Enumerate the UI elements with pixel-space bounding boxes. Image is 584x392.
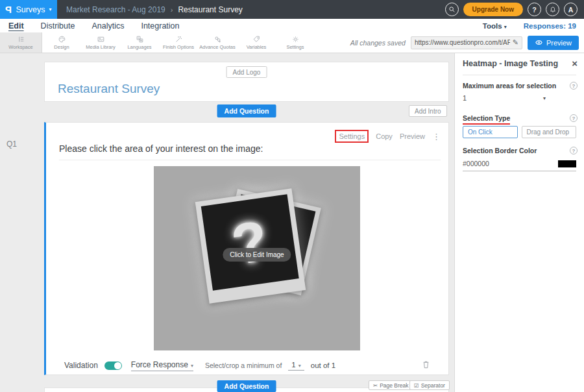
question-preview-link[interactable]: Preview xyxy=(400,132,425,140)
survey-header-card: Add Logo Restaurant Survey xyxy=(44,62,449,102)
add-question-button-bottom[interactable]: Add Question xyxy=(217,380,276,392)
breadcrumb-folder[interactable]: Market Research - Aug 2019 xyxy=(66,5,165,14)
question-mark-icon: ? xyxy=(226,206,273,278)
photo-frame-front: ? xyxy=(195,188,306,303)
selection-type-row: Selection Type ? xyxy=(463,114,578,125)
toolbar-item-design[interactable]: Design xyxy=(42,32,81,53)
toolbar-item-workspace[interactable]: Workspace xyxy=(0,32,42,53)
kebab-menu-icon[interactable]: ⋮ xyxy=(432,132,441,141)
border-color-value: #000000 xyxy=(463,160,489,167)
panel-title: Heatmap - Image Testing xyxy=(463,59,558,68)
checkbox-icon: ☑ xyxy=(414,382,419,389)
click-to-edit-image-button[interactable]: Click to Edit Image xyxy=(223,248,291,262)
topbar-actions: Upgrade Now ? A xyxy=(445,3,578,16)
question-card: Settings Copy Preview ⋮ Please click the… xyxy=(44,122,449,375)
validation-type-dropdown[interactable]: Force Response▾ xyxy=(131,360,193,371)
question-copy-link[interactable]: Copy xyxy=(376,132,393,140)
links-icon xyxy=(213,35,222,43)
drag-and-drop-option[interactable]: Drag and Drop xyxy=(522,126,577,138)
help-icon[interactable]: ? xyxy=(570,147,578,154)
edit-url-icon[interactable]: ✎ xyxy=(513,38,518,47)
add-question-button-top[interactable]: Add Question xyxy=(217,104,276,117)
palette-icon xyxy=(58,35,66,43)
minimum-select-label: Select/crop a minimum of xyxy=(205,361,282,369)
chevron-down-icon: ▾ xyxy=(49,6,52,12)
question-number: Q1 xyxy=(6,140,17,149)
chevron-down-icon: ▾ xyxy=(191,363,193,369)
questionpro-logo-icon: P xyxy=(5,4,12,15)
help-button[interactable]: ? xyxy=(528,3,541,16)
toolbar-item-media-library[interactable]: Media Library xyxy=(81,32,120,53)
survey-url-field[interactable]: https://www.questionpro.com/t/APNrFZ ✎ xyxy=(411,36,522,49)
border-color-row: Selection Border Color ? xyxy=(463,147,578,154)
app-window: P Surveys ▾ Market Research - Aug 2019 ›… xyxy=(0,0,584,392)
top-bar: P Surveys ▾ Market Research - Aug 2019 ›… xyxy=(0,0,584,19)
tools-menu[interactable]: Tools ▾ xyxy=(483,22,507,30)
on-click-option[interactable]: On Click xyxy=(463,126,518,138)
validation-toggle[interactable] xyxy=(104,361,122,370)
survey-title[interactable]: Restaurant Survey xyxy=(58,82,160,96)
nav-tab-distribute[interactable]: Distribute xyxy=(41,21,75,31)
editor-toolbar: Workspace Design Media Library Languages… xyxy=(0,32,584,53)
search-button[interactable] xyxy=(445,3,459,16)
selection-type-options: On Click Drag and Drop xyxy=(463,126,576,138)
scissors-icon: ✂ xyxy=(373,382,378,389)
max-areas-label: Maximum areas for selection xyxy=(463,82,556,90)
delete-question-button[interactable] xyxy=(422,360,430,371)
search-icon xyxy=(448,6,456,13)
help-icon[interactable]: ? xyxy=(570,82,578,90)
save-status: All changes saved xyxy=(350,39,406,47)
toolbar-item-variables[interactable]: Variables xyxy=(237,32,276,53)
nav-tab-edit[interactable]: Edit xyxy=(8,21,24,31)
toolbar-item-settings[interactable]: Settings xyxy=(276,32,315,53)
add-intro-button[interactable]: Add Intro xyxy=(409,105,447,117)
question-text[interactable]: Please click the area of your interest o… xyxy=(59,143,441,160)
page-break-button[interactable]: ✂ Page Break xyxy=(369,380,413,390)
question-settings-link[interactable]: Settings xyxy=(335,130,369,143)
survey-nav: Edit Distribute Analytics Integration To… xyxy=(0,19,584,32)
border-color-label: Selection Border Color xyxy=(463,147,537,154)
nav-right: Tools ▾ Responses: 19 xyxy=(483,22,576,30)
translate-icon xyxy=(136,35,144,43)
notifications-button[interactable] xyxy=(546,3,559,16)
nav-tab-analytics[interactable]: Analytics xyxy=(91,21,124,31)
chevron-down-icon: ▾ xyxy=(298,363,301,369)
chevron-down-icon: ▾ xyxy=(543,95,546,101)
surveys-menu[interactable]: P Surveys ▾ xyxy=(0,0,57,19)
workspace-icon xyxy=(17,35,25,43)
responses-count[interactable]: Responses: 19 xyxy=(524,22,576,30)
account-button[interactable]: A xyxy=(564,3,578,16)
toolbar-item-advance-quotas[interactable]: Advance Quotas xyxy=(198,32,237,53)
validation-label: Validation xyxy=(64,361,98,370)
nav-tab-integration[interactable]: Integration xyxy=(141,21,179,31)
add-logo-button[interactable]: Add Logo xyxy=(226,66,267,78)
panel-header: Heatmap - Image Testing × xyxy=(463,58,578,68)
color-swatch[interactable] xyxy=(558,160,576,167)
minimum-value-dropdown[interactable]: 1▾ xyxy=(288,361,304,371)
survey-url: https://www.questionpro.com/t/APNrFZ xyxy=(415,39,510,46)
image-icon xyxy=(97,35,105,43)
toolbar-right: All changes saved https://www.questionpr… xyxy=(350,32,579,53)
bell-icon xyxy=(549,6,557,14)
out-of-label: out of 1 xyxy=(311,361,335,369)
product-name: Surveys xyxy=(16,5,45,14)
close-panel-button[interactable]: × xyxy=(572,58,578,68)
max-areas-row: Maximum areas for selection ? xyxy=(463,82,578,90)
help-icon[interactable]: ? xyxy=(570,114,578,122)
border-color-field[interactable]: #000000 xyxy=(463,160,576,171)
validation-row: Validation Force Response▾ Select/crop a… xyxy=(46,354,448,376)
question-actions: Settings Copy Preview ⋮ xyxy=(335,130,441,143)
max-areas-select[interactable]: 1 ▾ xyxy=(463,94,546,102)
toolbar-item-finish-options[interactable]: Finish Options xyxy=(159,32,198,53)
separator-button[interactable]: ☑ Separator xyxy=(409,380,450,390)
selection-type-label: Selection Type xyxy=(463,114,510,125)
wand-icon xyxy=(175,35,183,43)
question-settings-panel: Heatmap - Image Testing × Maximum areas … xyxy=(454,53,584,392)
trash-icon xyxy=(422,360,430,369)
toolbar-item-languages[interactable]: Languages xyxy=(120,32,159,53)
upgrade-now-button[interactable]: Upgrade Now xyxy=(463,3,523,16)
heatmap-image-placeholder[interactable]: ? Click to Edit Image xyxy=(154,166,360,350)
eye-icon xyxy=(535,39,543,46)
breadcrumb-chevron-icon: › xyxy=(171,6,173,14)
preview-button[interactable]: Preview xyxy=(528,36,579,50)
